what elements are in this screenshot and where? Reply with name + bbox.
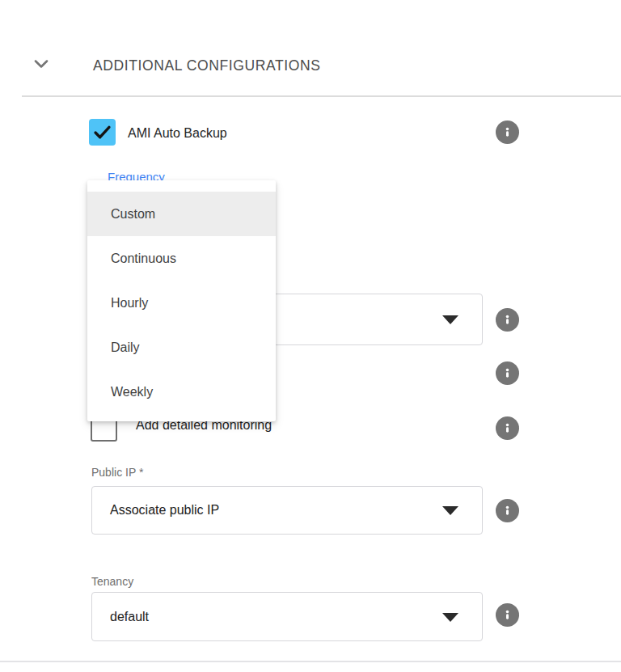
frequency-dropdown-menu: Custom Continuous Hourly Daily Weekly — [87, 180, 276, 421]
chevron-down-icon — [31, 63, 52, 77]
info-icon-public-ip[interactable] — [496, 499, 519, 522]
menu-item-hourly[interactable]: Hourly — [87, 281, 276, 325]
info-icon-ami-auto-backup[interactable] — [496, 120, 519, 144]
section-title: ADDITIONAL CONFIGURATIONS — [93, 57, 320, 74]
section-collapse-chevron-button[interactable] — [31, 53, 52, 74]
tenancy-select[interactable]: default — [91, 592, 483, 641]
menu-item-continuous[interactable]: Continuous — [87, 236, 276, 281]
additional-configurations-panel: ADDITIONAL CONFIGURATIONS AMI Auto Backu… — [0, 0, 621, 672]
bottom-divider — [0, 661, 621, 662]
info-icon-hidden-row[interactable] — [496, 361, 519, 385]
triangle-down-icon — [442, 506, 458, 515]
info-icon-tenancy[interactable] — [496, 603, 519, 627]
ami-auto-backup-checkbox[interactable] — [89, 119, 116, 146]
triangle-down-icon — [442, 315, 458, 324]
section-divider — [22, 95, 621, 97]
public-ip-select[interactable]: Associate public IP — [91, 486, 483, 535]
ami-auto-backup-label: AMI Auto Backup — [128, 125, 227, 142]
info-icon-frequency[interactable] — [496, 308, 519, 332]
info-icon-detailed-monitoring[interactable] — [496, 416, 519, 440]
public-ip-select-value: Associate public IP — [110, 503, 219, 518]
tenancy-select-value: default — [110, 610, 149, 624]
tenancy-field-label: Tenancy — [91, 574, 133, 589]
menu-item-daily[interactable]: Daily — [87, 325, 276, 370]
triangle-down-icon — [442, 613, 458, 622]
public-ip-field-label: Public IP * — [91, 465, 143, 480]
menu-item-custom[interactable]: Custom — [87, 192, 276, 236]
menu-item-weekly[interactable]: Weekly — [87, 370, 276, 414]
